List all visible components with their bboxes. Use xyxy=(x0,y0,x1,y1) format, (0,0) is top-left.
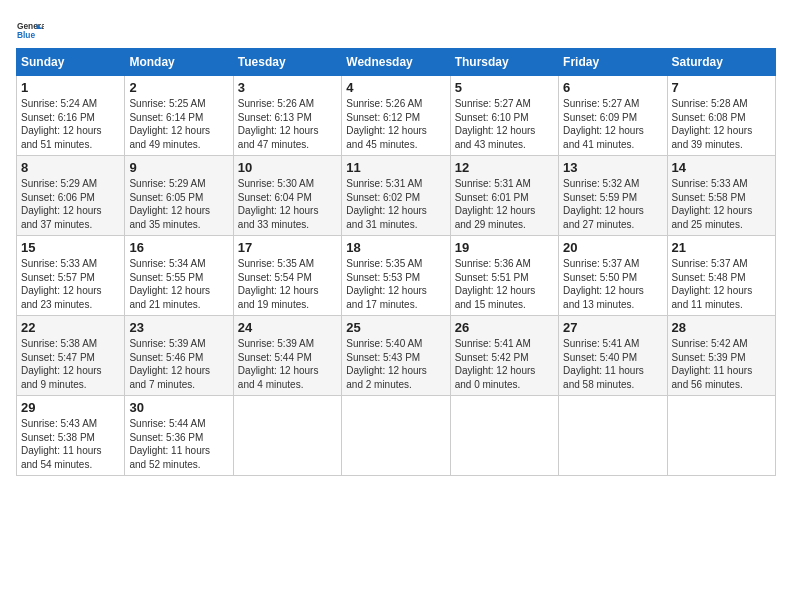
day-info: Sunrise: 5:29 AMSunset: 6:06 PMDaylight:… xyxy=(21,177,120,231)
day-info: Sunrise: 5:32 AMSunset: 5:59 PMDaylight:… xyxy=(563,177,662,231)
day-number: 14 xyxy=(672,160,771,175)
day-info: Sunrise: 5:26 AMSunset: 6:12 PMDaylight:… xyxy=(346,97,445,151)
calendar-week-row: 29 Sunrise: 5:43 AMSunset: 5:38 PMDaylig… xyxy=(17,396,776,476)
calendar-cell xyxy=(342,396,450,476)
calendar-cell: 1 Sunrise: 5:24 AMSunset: 6:16 PMDayligh… xyxy=(17,76,125,156)
calendar-cell: 30 Sunrise: 5:44 AMSunset: 5:36 PMDaylig… xyxy=(125,396,233,476)
day-info: Sunrise: 5:24 AMSunset: 6:16 PMDaylight:… xyxy=(21,97,120,151)
day-number: 30 xyxy=(129,400,228,415)
day-info: Sunrise: 5:35 AMSunset: 5:54 PMDaylight:… xyxy=(238,257,337,311)
day-number: 2 xyxy=(129,80,228,95)
calendar-cell: 17 Sunrise: 5:35 AMSunset: 5:54 PMDaylig… xyxy=(233,236,341,316)
calendar-cell: 20 Sunrise: 5:37 AMSunset: 5:50 PMDaylig… xyxy=(559,236,667,316)
column-header-tuesday: Tuesday xyxy=(233,49,341,76)
calendar-cell: 27 Sunrise: 5:41 AMSunset: 5:40 PMDaylig… xyxy=(559,316,667,396)
day-info: Sunrise: 5:43 AMSunset: 5:38 PMDaylight:… xyxy=(21,417,120,471)
day-info: Sunrise: 5:26 AMSunset: 6:13 PMDaylight:… xyxy=(238,97,337,151)
day-number: 4 xyxy=(346,80,445,95)
calendar-cell: 2 Sunrise: 5:25 AMSunset: 6:14 PMDayligh… xyxy=(125,76,233,156)
day-number: 25 xyxy=(346,320,445,335)
day-number: 28 xyxy=(672,320,771,335)
day-number: 13 xyxy=(563,160,662,175)
day-info: Sunrise: 5:34 AMSunset: 5:55 PMDaylight:… xyxy=(129,257,228,311)
calendar-cell: 10 Sunrise: 5:30 AMSunset: 6:04 PMDaylig… xyxy=(233,156,341,236)
column-header-wednesday: Wednesday xyxy=(342,49,450,76)
day-number: 19 xyxy=(455,240,554,255)
day-info: Sunrise: 5:27 AMSunset: 6:10 PMDaylight:… xyxy=(455,97,554,151)
day-info: Sunrise: 5:37 AMSunset: 5:48 PMDaylight:… xyxy=(672,257,771,311)
calendar-week-row: 22 Sunrise: 5:38 AMSunset: 5:47 PMDaylig… xyxy=(17,316,776,396)
day-number: 21 xyxy=(672,240,771,255)
calendar-header-row: SundayMondayTuesdayWednesdayThursdayFrid… xyxy=(17,49,776,76)
calendar-cell: 24 Sunrise: 5:39 AMSunset: 5:44 PMDaylig… xyxy=(233,316,341,396)
calendar-cell: 12 Sunrise: 5:31 AMSunset: 6:01 PMDaylig… xyxy=(450,156,558,236)
calendar-cell: 28 Sunrise: 5:42 AMSunset: 5:39 PMDaylig… xyxy=(667,316,775,396)
day-number: 16 xyxy=(129,240,228,255)
column-header-monday: Monday xyxy=(125,49,233,76)
day-number: 3 xyxy=(238,80,337,95)
calendar-cell: 9 Sunrise: 5:29 AMSunset: 6:05 PMDayligh… xyxy=(125,156,233,236)
calendar-cell: 7 Sunrise: 5:28 AMSunset: 6:08 PMDayligh… xyxy=(667,76,775,156)
day-info: Sunrise: 5:39 AMSunset: 5:44 PMDaylight:… xyxy=(238,337,337,391)
calendar-cell: 18 Sunrise: 5:35 AMSunset: 5:53 PMDaylig… xyxy=(342,236,450,316)
day-number: 6 xyxy=(563,80,662,95)
day-number: 5 xyxy=(455,80,554,95)
day-number: 27 xyxy=(563,320,662,335)
column-header-friday: Friday xyxy=(559,49,667,76)
day-number: 17 xyxy=(238,240,337,255)
day-number: 11 xyxy=(346,160,445,175)
calendar-cell: 21 Sunrise: 5:37 AMSunset: 5:48 PMDaylig… xyxy=(667,236,775,316)
day-number: 23 xyxy=(129,320,228,335)
calendar-cell xyxy=(450,396,558,476)
calendar-cell xyxy=(667,396,775,476)
column-header-saturday: Saturday xyxy=(667,49,775,76)
day-info: Sunrise: 5:31 AMSunset: 6:02 PMDaylight:… xyxy=(346,177,445,231)
calendar-table: SundayMondayTuesdayWednesdayThursdayFrid… xyxy=(16,48,776,476)
calendar-cell: 16 Sunrise: 5:34 AMSunset: 5:55 PMDaylig… xyxy=(125,236,233,316)
logo: General Blue xyxy=(16,16,44,44)
calendar-cell: 29 Sunrise: 5:43 AMSunset: 5:38 PMDaylig… xyxy=(17,396,125,476)
calendar-week-row: 15 Sunrise: 5:33 AMSunset: 5:57 PMDaylig… xyxy=(17,236,776,316)
calendar-cell xyxy=(559,396,667,476)
day-info: Sunrise: 5:30 AMSunset: 6:04 PMDaylight:… xyxy=(238,177,337,231)
calendar-cell: 23 Sunrise: 5:39 AMSunset: 5:46 PMDaylig… xyxy=(125,316,233,396)
svg-text:Blue: Blue xyxy=(17,30,35,40)
day-number: 10 xyxy=(238,160,337,175)
calendar-cell: 5 Sunrise: 5:27 AMSunset: 6:10 PMDayligh… xyxy=(450,76,558,156)
day-number: 26 xyxy=(455,320,554,335)
day-info: Sunrise: 5:38 AMSunset: 5:47 PMDaylight:… xyxy=(21,337,120,391)
day-number: 12 xyxy=(455,160,554,175)
day-info: Sunrise: 5:29 AMSunset: 6:05 PMDaylight:… xyxy=(129,177,228,231)
calendar-cell: 4 Sunrise: 5:26 AMSunset: 6:12 PMDayligh… xyxy=(342,76,450,156)
calendar-cell: 13 Sunrise: 5:32 AMSunset: 5:59 PMDaylig… xyxy=(559,156,667,236)
day-number: 22 xyxy=(21,320,120,335)
calendar-cell xyxy=(233,396,341,476)
column-header-sunday: Sunday xyxy=(17,49,125,76)
column-header-thursday: Thursday xyxy=(450,49,558,76)
day-info: Sunrise: 5:42 AMSunset: 5:39 PMDaylight:… xyxy=(672,337,771,391)
day-info: Sunrise: 5:27 AMSunset: 6:09 PMDaylight:… xyxy=(563,97,662,151)
day-number: 1 xyxy=(21,80,120,95)
day-number: 8 xyxy=(21,160,120,175)
day-number: 18 xyxy=(346,240,445,255)
calendar-cell: 3 Sunrise: 5:26 AMSunset: 6:13 PMDayligh… xyxy=(233,76,341,156)
day-info: Sunrise: 5:44 AMSunset: 5:36 PMDaylight:… xyxy=(129,417,228,471)
calendar-week-row: 8 Sunrise: 5:29 AMSunset: 6:06 PMDayligh… xyxy=(17,156,776,236)
day-info: Sunrise: 5:40 AMSunset: 5:43 PMDaylight:… xyxy=(346,337,445,391)
day-number: 9 xyxy=(129,160,228,175)
day-info: Sunrise: 5:33 AMSunset: 5:58 PMDaylight:… xyxy=(672,177,771,231)
day-info: Sunrise: 5:41 AMSunset: 5:40 PMDaylight:… xyxy=(563,337,662,391)
day-number: 7 xyxy=(672,80,771,95)
day-info: Sunrise: 5:36 AMSunset: 5:51 PMDaylight:… xyxy=(455,257,554,311)
calendar-cell: 15 Sunrise: 5:33 AMSunset: 5:57 PMDaylig… xyxy=(17,236,125,316)
calendar-week-row: 1 Sunrise: 5:24 AMSunset: 6:16 PMDayligh… xyxy=(17,76,776,156)
day-info: Sunrise: 5:31 AMSunset: 6:01 PMDaylight:… xyxy=(455,177,554,231)
day-number: 20 xyxy=(563,240,662,255)
day-info: Sunrise: 5:35 AMSunset: 5:53 PMDaylight:… xyxy=(346,257,445,311)
day-number: 29 xyxy=(21,400,120,415)
calendar-cell: 8 Sunrise: 5:29 AMSunset: 6:06 PMDayligh… xyxy=(17,156,125,236)
calendar-cell: 26 Sunrise: 5:41 AMSunset: 5:42 PMDaylig… xyxy=(450,316,558,396)
calendar-cell: 14 Sunrise: 5:33 AMSunset: 5:58 PMDaylig… xyxy=(667,156,775,236)
calendar-cell: 22 Sunrise: 5:38 AMSunset: 5:47 PMDaylig… xyxy=(17,316,125,396)
day-info: Sunrise: 5:28 AMSunset: 6:08 PMDaylight:… xyxy=(672,97,771,151)
